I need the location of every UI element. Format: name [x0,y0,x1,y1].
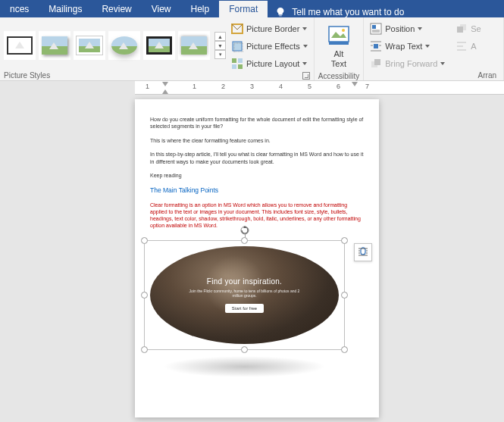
group-picture-styles: ▲ ▼ ▾ Picture Border Picture Effects Pic [0,17,315,80]
paragraph[interactable]: This is where the clear formatting featu… [150,137,364,144]
resize-handle-l[interactable] [141,292,148,299]
selection-box [144,240,345,350]
right-indent-marker[interactable] [352,82,358,86]
ruler-num: 1 [146,83,149,90]
bring-forward-label: Bring Forward [385,59,437,68]
picture-effects-label: Picture Effects [246,42,300,51]
gallery-scroll-down[interactable]: ▼ [214,41,226,50]
horizontal-ruler[interactable]: 1 1 2 3 4 5 6 7 [135,81,504,95]
svg-rect-22 [457,27,463,33]
tab-view[interactable]: View [142,1,181,17]
svg-rect-20 [374,59,380,65]
tell-me-search[interactable]: Tell me what you want to do [268,7,412,17]
ruler-num: 2 [221,83,225,90]
tell-me-label: Tell me what you want to do [292,7,404,17]
tab-format[interactable]: Format [219,1,268,17]
send-backward-button[interactable]: Se [453,21,483,36]
resize-handle-br[interactable] [341,346,348,353]
tab-references[interactable]: nces [0,1,39,17]
picture-border-label: Picture Border [246,24,299,33]
picture-styles-gallery: ▲ ▼ ▾ Picture Border Picture Effects Pic [4,20,310,71]
picture-layout-label: Picture Layout [246,59,299,68]
picture-layout-icon [231,58,243,70]
resize-handle-bl[interactable] [141,346,148,353]
group-accessibility: Alt Text Accessibility [315,17,364,80]
align-icon [455,40,468,52]
group-label-picture-styles: Picture Styles [4,71,310,80]
layout-options-button[interactable] [354,243,372,261]
align-label: A [471,42,476,51]
paragraph-red[interactable]: Clear formatting is an option in MS Word… [150,202,364,229]
chevron-down-icon [425,45,430,48]
rotate-handle[interactable] [240,224,249,233]
alt-text-label-2: Text [331,59,346,69]
picture-style-menu: Picture Border Picture Effects Picture L… [229,20,310,71]
group-label-arrange: Arran [368,71,499,80]
ruler-num: 4 [279,83,283,90]
style-thumb-4[interactable] [108,31,140,60]
ruler-num: 6 [337,83,340,90]
chevron-down-icon [303,45,308,48]
bring-forward-button[interactable]: Bring Forward [368,56,447,71]
svg-rect-5 [232,64,236,69]
picture-shadow [163,356,326,377]
svg-rect-11 [372,25,376,29]
paragraph[interactable]: In this step-by-step article, I'll tell … [150,151,364,165]
alt-text-icon [327,23,351,47]
position-button[interactable]: Position [368,21,447,36]
group-arrange: Position Wrap Text Bring Forward Se [364,17,504,80]
style-thumb-5[interactable] [143,31,175,60]
resize-handle-tr[interactable] [341,237,348,244]
gallery-scroll-up[interactable]: ▲ [214,32,226,41]
wrap-text-button[interactable]: Wrap Text [368,39,447,54]
heading-link[interactable]: The Main Talking Points [150,186,364,195]
resize-handle-t[interactable] [241,237,248,244]
send-backward-label: Se [471,24,481,33]
ruler-num: 7 [365,83,369,90]
hanging-indent-marker[interactable] [162,89,168,94]
resize-handle-tl[interactable] [141,237,148,244]
svg-rect-7 [329,27,349,42]
chevron-down-icon [418,27,422,30]
picture-border-button[interactable]: Picture Border [229,21,310,36]
resize-handle-b[interactable] [241,346,248,353]
svg-rect-3 [232,58,236,63]
style-thumb-2[interactable] [39,31,70,60]
alt-text-label-1: Alt [334,49,344,59]
arrange-col-2: Se A [453,20,483,71]
picture-effects-button[interactable]: Picture Effects [229,39,310,54]
style-thumb-3[interactable] [74,31,105,60]
ruler-num: 3 [250,83,254,90]
paragraph[interactable]: Keep reading [150,172,364,179]
align-button[interactable]: A [453,39,483,54]
position-label: Position [385,24,415,33]
chevron-down-icon [302,27,307,30]
selected-picture[interactable]: Find your inspiration. Join the Flickr c… [144,240,345,350]
first-line-indent-marker[interactable] [162,82,168,86]
ribbon-tabs: nces Mailings Review View Help Format Te… [0,0,504,17]
chevron-down-icon [440,62,445,65]
paragraph[interactable]: How do you create uniform formatting for… [150,116,364,130]
style-thumb-6[interactable] [178,31,210,60]
bring-forward-icon [370,58,382,70]
dialog-launcher-picture-styles[interactable] [302,72,310,80]
layout-options-icon [357,246,369,258]
tab-help[interactable]: Help [181,1,220,17]
tab-mailings[interactable]: Mailings [39,1,92,17]
resize-handle-r[interactable] [341,292,348,299]
tab-review[interactable]: Review [92,1,141,17]
style-thumb-1[interactable] [4,31,36,60]
document-page[interactable]: How do you create uniform formatting for… [135,99,379,417]
group-label-accessibility: Accessibility [318,72,359,81]
alt-text-button[interactable]: Alt Text [318,20,359,72]
svg-rect-9 [329,42,349,45]
workspace: 1 1 2 3 4 5 6 7 How do you create unifor… [0,81,504,422]
ruler-num: 1 [193,83,196,90]
gallery-more[interactable]: ▾ [214,50,226,59]
picture-layout-button[interactable]: Picture Layout [229,56,310,71]
picture-border-icon [231,23,243,35]
document-body: How do you create uniform formatting for… [150,116,364,229]
svg-rect-6 [238,64,243,69]
svg-rect-4 [238,58,243,63]
position-icon [370,23,382,35]
